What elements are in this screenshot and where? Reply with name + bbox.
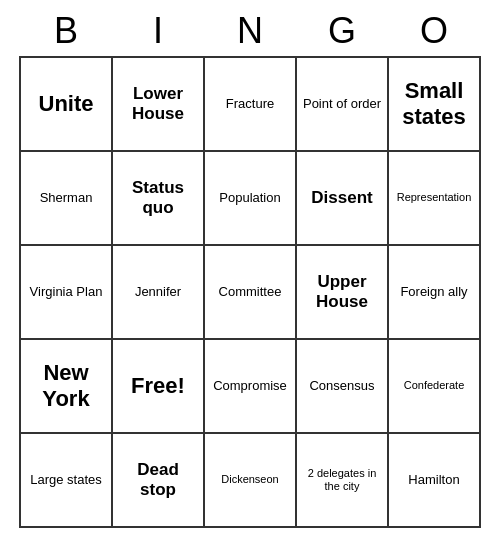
- cell-2-0: Virginia Plan: [21, 246, 113, 340]
- cell-3-0: New York: [21, 340, 113, 434]
- cell-2-4: Foreign ally: [389, 246, 481, 340]
- letter-g: G: [296, 10, 388, 52]
- bingo-header: B I N G O: [20, 10, 480, 52]
- cell-4-0: Large states: [21, 434, 113, 528]
- cell-4-3: 2 delegates in the city: [297, 434, 389, 528]
- cell-0-1: Lower House: [113, 58, 205, 152]
- cell-0-3: Point of order: [297, 58, 389, 152]
- cell-1-1: Status quo: [113, 152, 205, 246]
- cell-3-1: Free!: [113, 340, 205, 434]
- cell-2-3: Upper House: [297, 246, 389, 340]
- cell-4-4: Hamilton: [389, 434, 481, 528]
- cell-1-3: Dissent: [297, 152, 389, 246]
- cell-0-0: Unite: [21, 58, 113, 152]
- bingo-grid: Unite Lower House Fracture Point of orde…: [19, 56, 481, 528]
- letter-o: O: [388, 10, 480, 52]
- cell-1-4: Representation: [389, 152, 481, 246]
- letter-b: B: [20, 10, 112, 52]
- cell-2-1: Jennifer: [113, 246, 205, 340]
- letter-i: I: [112, 10, 204, 52]
- cell-4-2: Dickenseon: [205, 434, 297, 528]
- cell-0-4: Small states: [389, 58, 481, 152]
- cell-3-2: Compromise: [205, 340, 297, 434]
- cell-1-2: Population: [205, 152, 297, 246]
- letter-n: N: [204, 10, 296, 52]
- cell-2-2: Committee: [205, 246, 297, 340]
- cell-1-0: Sherman: [21, 152, 113, 246]
- cell-3-3: Consensus: [297, 340, 389, 434]
- cell-3-4: Confederate: [389, 340, 481, 434]
- cell-0-2: Fracture: [205, 58, 297, 152]
- cell-4-1: Dead stop: [113, 434, 205, 528]
